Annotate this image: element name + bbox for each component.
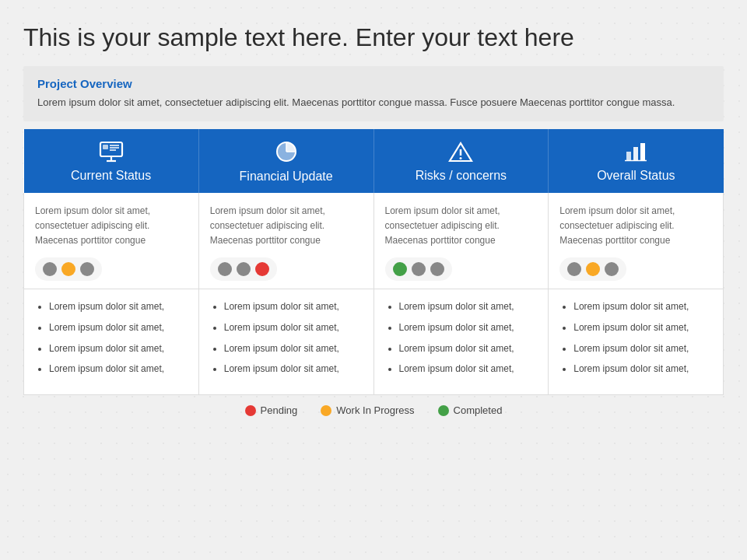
svg-rect-14 [633,147,638,160]
dot-gray [605,262,619,276]
header-label-overall-status: Overall Status [597,169,675,182]
bullet-cell-financial-update: Lorem ipsum dolor sit amet,Lorem ipsum d… [198,289,374,395]
header-label-financial-update: Financial Update [240,170,333,183]
bullet-list-financial-update: Lorem ipsum dolor sit amet,Lorem ipsum d… [210,300,363,376]
list-item: Lorem ipsum dolor sit amet, [224,362,363,376]
list-item: Lorem ipsum dolor sit amet, [573,300,712,313]
dot-gray [237,262,251,276]
status-cell-current-status: Lorem ipsum dolor sit amet, consectetuer… [24,193,199,289]
dot-green [393,262,407,276]
legend-dot [321,405,331,416]
status-text-current-status: Lorem ipsum dolor sit amet, consectetuer… [35,204,188,249]
legend-dot [438,405,449,416]
list-item: Lorem ipsum dolor sit amet, [49,342,188,355]
project-overview-title: Project Overview [37,77,710,90]
dot-yellow [586,262,600,276]
dot-gray [430,262,444,276]
pie-icon [275,140,298,166]
list-item: Lorem ipsum dolor sit amet, [573,362,712,376]
dots-row-financial-update [210,257,277,281]
status-text-overall-status: Lorem ipsum dolor sit amet, consectetuer… [559,204,712,249]
list-item: Lorem ipsum dolor sit amet, [49,300,188,313]
dot-gray [412,262,426,276]
status-cell-overall-status: Lorem ipsum dolor sit amet, consectetuer… [549,193,724,289]
list-item: Lorem ipsum dolor sit amet, [573,321,712,334]
legend-label: Work In Progress [336,404,414,416]
status-cell-financial-update: Lorem ipsum dolor sit amet, consectetuer… [198,193,374,289]
status-row: Lorem ipsum dolor sit amet, consectetuer… [24,193,724,289]
svg-point-12 [460,157,462,159]
list-item: Lorem ipsum dolor sit amet, [224,342,363,355]
header-cell-risks-concerns: Risks / concerns [374,129,549,193]
legend-item-work-in-progress: Work In Progress [321,404,414,416]
list-item: Lorem ipsum dolor sit amet, [399,342,538,355]
header-label-current-status: Current Status [71,169,151,182]
header-cell-financial-update: Financial Update [198,129,374,193]
bar-chart-icon [624,141,647,166]
status-text-financial-update: Lorem ipsum dolor sit amet, consectetuer… [210,204,363,249]
bullet-row: Lorem ipsum dolor sit amet,Lorem ipsum d… [24,289,724,395]
bullet-list-risks-concerns: Lorem ipsum dolor sit amet,Lorem ipsum d… [385,300,538,376]
bullet-cell-overall-status: Lorem ipsum dolor sit amet,Lorem ipsum d… [549,289,724,395]
list-item: Lorem ipsum dolor sit amet, [224,321,363,334]
legend-label: Completed [454,404,503,416]
header-cell-overall-status: Overall Status [549,129,724,193]
legend: Pending Work In Progress Completed [23,404,724,416]
dot-yellow [61,262,75,276]
bullet-cell-current-status: Lorem ipsum dolor sit amet,Lorem ipsum d… [24,289,199,395]
list-item: Lorem ipsum dolor sit amet, [399,300,538,313]
list-item: Lorem ipsum dolor sit amet, [399,321,538,334]
main-content-table: Current Status Financial Update Risks / … [23,129,724,396]
legend-item-completed: Completed [438,404,503,416]
svg-rect-3 [103,145,108,149]
legend-dot [245,405,256,416]
dot-gray [43,262,57,276]
bullet-list-overall-status: Lorem ipsum dolor sit amet,Lorem ipsum d… [559,300,712,376]
svg-rect-15 [640,143,645,160]
dots-row-current-status [35,257,102,281]
status-cell-risks-concerns: Lorem ipsum dolor sit amet, consectetuer… [374,193,549,289]
project-overview-text: Lorem ipsum dolor sit amet, consectetuer… [37,95,710,110]
list-item: Lorem ipsum dolor sit amet, [573,342,712,355]
list-item: Lorem ipsum dolor sit amet, [399,362,538,376]
list-item: Lorem ipsum dolor sit amet, [49,362,188,376]
dots-row-overall-status [559,257,626,281]
bullet-cell-risks-concerns: Lorem ipsum dolor sit amet,Lorem ipsum d… [374,289,549,395]
legend-label: Pending [261,404,298,416]
main-title: This is your sample text here. Enter you… [23,23,724,52]
project-overview-box: Project Overview Lorem ipsum dolor sit a… [23,66,724,121]
bullet-list-current-status: Lorem ipsum dolor sit amet,Lorem ipsum d… [35,300,188,376]
dots-row-risks-concerns [385,257,452,281]
dot-red [255,262,269,276]
status-text-risks-concerns: Lorem ipsum dolor sit amet, consectetuer… [385,204,538,249]
header-label-risks-concerns: Risks / concerns [416,169,507,182]
dot-gray [80,262,94,276]
dot-gray [218,262,232,276]
dot-gray [567,262,581,276]
svg-rect-13 [626,152,631,160]
header-row: Current Status Financial Update Risks / … [24,129,724,193]
header-cell-current-status: Current Status [24,129,199,193]
legend-item-pending: Pending [245,404,298,416]
warning-icon [448,141,473,166]
list-item: Lorem ipsum dolor sit amet, [49,321,188,334]
monitor-icon [99,141,124,166]
list-item: Lorem ipsum dolor sit amet, [224,300,363,313]
